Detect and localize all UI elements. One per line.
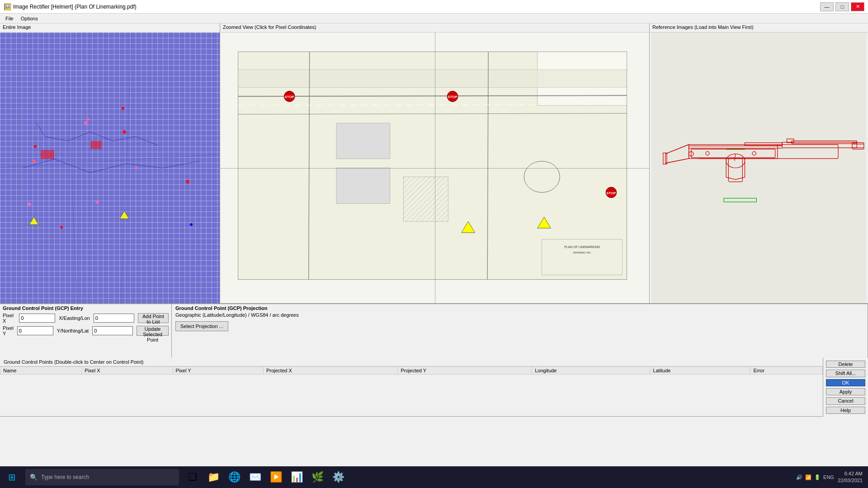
volume-icon[interactable]: 🔊 bbox=[796, 474, 802, 480]
task-view-icon: ❑ bbox=[188, 471, 197, 483]
search-placeholder: Type here to search bbox=[41, 474, 89, 480]
file-explorer-icon: 📁 bbox=[208, 471, 220, 483]
title-controls: — □ ✕ bbox=[820, 2, 864, 11]
main-layout: Entire Image bbox=[0, 23, 868, 466]
app3-button[interactable]: ⚙️ bbox=[328, 467, 348, 487]
bottom-area: Ground Control Point (GCP) Entry Pixel X… bbox=[0, 304, 868, 417]
taskbar-search[interactable]: 🔍 Type here to search bbox=[25, 469, 179, 485]
ok-button[interactable]: OK bbox=[826, 379, 865, 386]
panel-center-title: Zoomed View (Click for Pixel Coordinates… bbox=[220, 23, 649, 33]
svg-point-6 bbox=[84, 121, 88, 125]
app2-button[interactable]: 🌿 bbox=[307, 467, 327, 487]
menu-file[interactable]: File bbox=[2, 15, 17, 22]
entire-image-canvas[interactable] bbox=[0, 33, 220, 303]
help-button[interactable]: Help bbox=[826, 407, 865, 414]
pixel-x-label: Pixel X bbox=[3, 313, 15, 324]
search-icon: 🔍 bbox=[30, 474, 38, 481]
menu-options[interactable]: Options bbox=[17, 15, 42, 22]
select-projection-button[interactable]: Select Projection ... bbox=[175, 321, 228, 331]
close-button[interactable]: ✕ bbox=[851, 2, 864, 11]
app3-icon: ⚙️ bbox=[332, 471, 344, 483]
file-explorer-button[interactable]: 📁 bbox=[203, 467, 223, 487]
battery-icon[interactable]: 🔋 bbox=[814, 474, 821, 480]
delete-button[interactable]: Delete bbox=[826, 361, 865, 368]
y-northing-input[interactable] bbox=[92, 326, 133, 335]
svg-point-10 bbox=[95, 200, 99, 204]
pixel-x-row: Pixel X X/Easting/Lon Add Point to List bbox=[3, 312, 169, 324]
media-icon: ▶️ bbox=[270, 471, 282, 483]
x-easting-input[interactable] bbox=[94, 314, 134, 323]
svg-text:DRAWING NO.: DRAWING NO. bbox=[573, 251, 591, 254]
shift-all-button[interactable]: Shift All... bbox=[826, 370, 865, 377]
svg-point-7 bbox=[123, 130, 126, 134]
svg-rect-39 bbox=[651, 33, 866, 303]
control-point-dot bbox=[135, 167, 137, 169]
update-point-button[interactable]: Update Selected Point bbox=[137, 326, 169, 336]
clock-time: 6:42 AM bbox=[838, 470, 863, 477]
gcp-entry-title: Ground Control Point (GCP) Entry bbox=[3, 305, 169, 311]
zoomed-map-svg[interactable]: STOP STOP STOP bbox=[220, 33, 649, 303]
x-easting-label: X/Easting/Lon bbox=[59, 315, 90, 321]
svg-text:PLAN OF LINEMARKING: PLAN OF LINEMARKING bbox=[564, 245, 600, 249]
col-error: Error bbox=[750, 367, 823, 375]
panels-row: Entire Image bbox=[0, 23, 868, 304]
network-icon[interactable]: 📶 bbox=[805, 474, 811, 480]
svg-line-2 bbox=[121, 33, 132, 303]
svg-rect-17 bbox=[238, 70, 627, 88]
title-bar-left: 🖼️ Image Rectifier [Helmert] (Plan Of Li… bbox=[4, 3, 137, 10]
svg-rect-24 bbox=[336, 168, 390, 204]
panel-right-content[interactable] bbox=[650, 33, 868, 303]
map-overlay-svg bbox=[0, 33, 220, 303]
browser-button[interactable]: 🌐 bbox=[224, 467, 244, 487]
pixel-y-input[interactable] bbox=[17, 326, 53, 335]
side-buttons: Delete Shift All... OK Apply Cancel Help bbox=[823, 358, 868, 417]
svg-point-5 bbox=[32, 160, 36, 163]
media-button[interactable]: ▶️ bbox=[266, 467, 286, 487]
app1-icon: 📊 bbox=[291, 471, 303, 483]
gcp-table: Name Pixel X Pixel Y Projected X Project… bbox=[0, 366, 823, 375]
y-northing-label: Y/Northing/Lat bbox=[57, 328, 89, 333]
control-point-dot bbox=[86, 118, 89, 121]
app2-icon: 🌿 bbox=[311, 471, 324, 483]
cancel-button[interactable]: Cancel bbox=[826, 397, 865, 404]
task-view-button[interactable]: ❑ bbox=[183, 467, 203, 487]
mail-button[interactable]: ✉️ bbox=[245, 467, 265, 487]
minimize-button[interactable]: — bbox=[820, 2, 834, 11]
browser-icon: 🌐 bbox=[228, 471, 241, 483]
panel-right-title: Reference Images (Load into Main View Fi… bbox=[650, 23, 868, 33]
pixel-y-row: Pixel Y Y/Northing/Lat Update Selected P… bbox=[3, 325, 169, 337]
gcp-controls-row: Ground Control Point (GCP) Entry Pixel X… bbox=[0, 304, 868, 358]
system-clock[interactable]: 6:42 AM 22/03/2021 bbox=[838, 470, 863, 484]
svg-rect-23 bbox=[336, 123, 390, 159]
gcp-projection-title: Ground Control Point (GCP) Projection bbox=[175, 305, 864, 311]
window-title: Image Rectifier [Helmert] (Plan Of Linem… bbox=[13, 4, 137, 10]
taskbar-icons: ❑ 📁 🌐 ✉️ ▶️ 📊 🌿 ⚙️ bbox=[183, 467, 348, 487]
col-projected-y: Projected Y bbox=[398, 367, 532, 375]
maximize-button[interactable]: □ bbox=[835, 2, 849, 11]
pixel-y-label: Pixel Y bbox=[3, 325, 14, 336]
app1-button[interactable]: 📊 bbox=[287, 467, 307, 487]
svg-line-0 bbox=[0, 155, 220, 168]
panel-center-content[interactable]: STOP STOP STOP bbox=[220, 33, 649, 303]
reference-svg bbox=[650, 33, 868, 303]
svg-point-8 bbox=[186, 180, 189, 183]
language-indicator[interactable]: ENG bbox=[823, 474, 834, 480]
clock-date: 22/03/2021 bbox=[838, 477, 863, 484]
apply-button[interactable]: Apply bbox=[826, 388, 865, 395]
control-point-dot bbox=[190, 223, 193, 226]
col-latitude: Latitude bbox=[650, 367, 750, 375]
svg-text:STOP: STOP bbox=[448, 95, 457, 99]
svg-marker-11 bbox=[120, 211, 129, 219]
gcp-table-section: Ground Control Points (Double-click to C… bbox=[0, 358, 823, 417]
col-projected-x: Projected X bbox=[263, 367, 398, 375]
svg-line-1 bbox=[66, 33, 77, 303]
panel-reference: Reference Images (Load into Main View Fi… bbox=[650, 23, 868, 303]
menu-bar: File Options bbox=[0, 14, 868, 23]
col-pixel-y: Pixel Y bbox=[173, 367, 263, 375]
pixel-x-input[interactable] bbox=[19, 314, 55, 323]
start-button[interactable]: ⊞ bbox=[0, 466, 24, 488]
add-point-button[interactable]: Add Point to List bbox=[138, 313, 169, 323]
panel-left-content[interactable] bbox=[0, 33, 220, 303]
mail-icon: ✉️ bbox=[249, 471, 261, 483]
gcp-entry-section: Ground Control Point (GCP) Entry Pixel X… bbox=[0, 304, 172, 358]
